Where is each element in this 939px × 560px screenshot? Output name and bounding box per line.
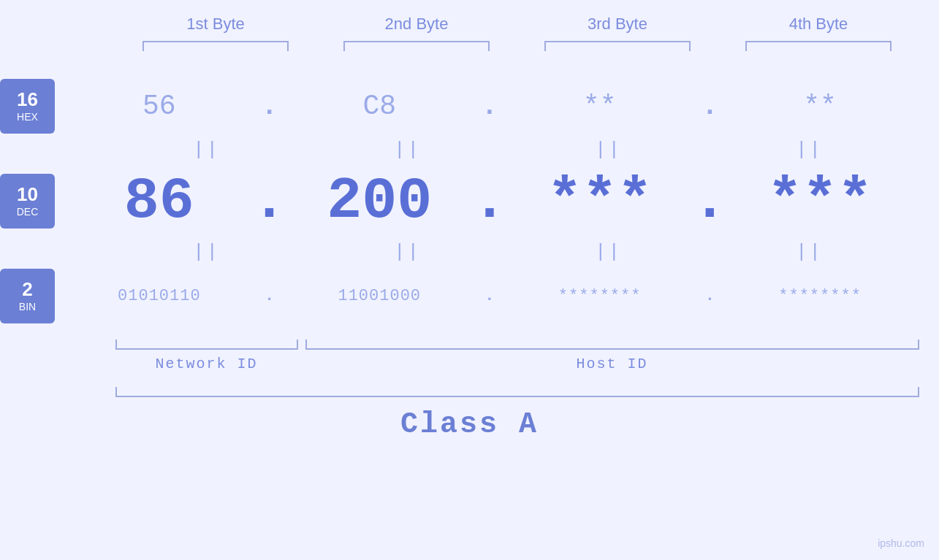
dec-byte4: *** xyxy=(740,168,900,234)
top-brackets xyxy=(115,41,919,51)
eq1-b1: || xyxy=(126,139,287,161)
dec-badge-label: DEC xyxy=(17,206,39,218)
class-label: Class A xyxy=(0,408,939,441)
eq1-b3: || xyxy=(528,139,689,161)
dec-row: 10 DEC 86 . 200 . *** . *** xyxy=(0,161,939,241)
byte1-header: 1st Byte xyxy=(135,15,296,34)
main-container: 1st Byte 2nd Byte 3rd Byte 4th Byte 16 H… xyxy=(0,0,939,560)
bracket-host-id xyxy=(305,340,919,350)
hex-dot1: . xyxy=(259,91,281,122)
byte-headers: 1st Byte 2nd Byte 3rd Byte 4th Byte xyxy=(115,15,919,34)
bin-byte2: 11001000 xyxy=(299,287,460,305)
dec-badge: 10 DEC xyxy=(0,174,55,229)
hex-byte3: ** xyxy=(520,91,680,122)
hex-badge-label: HEX xyxy=(17,111,38,123)
bracket-network-id xyxy=(115,340,298,350)
dec-byte3: *** xyxy=(520,168,680,234)
hex-values: 56 . C8 . ** . ** xyxy=(69,91,939,122)
network-id-label: Network ID xyxy=(115,356,298,372)
hex-dot3: . xyxy=(699,91,721,122)
eq2-b1: || xyxy=(126,241,287,263)
full-bracket xyxy=(115,387,919,397)
bin-byte3: ******** xyxy=(520,287,680,305)
byte3-header: 3rd Byte xyxy=(537,15,698,34)
dec-badge-num: 10 xyxy=(17,184,38,205)
bin-byte1: 01010110 xyxy=(79,287,240,305)
data-rows-wrapper: 16 HEX 56 . C8 . ** . ** || || || || 10 xyxy=(0,73,939,329)
hex-row: 16 HEX 56 . C8 . ** . ** xyxy=(0,73,939,139)
bin-badge: 2 BIN xyxy=(0,269,55,323)
eq2-b2: || xyxy=(327,241,488,263)
watermark: ipshu.com xyxy=(878,537,924,549)
dec-dot3: . xyxy=(699,168,721,234)
eq1-b2: || xyxy=(327,139,488,161)
hex-badge-num: 16 xyxy=(17,89,38,110)
bin-badge-label: BIN xyxy=(19,301,36,312)
host-id-label: Host ID xyxy=(305,356,919,372)
bracket-byte3 xyxy=(544,41,691,51)
hex-dot2: . xyxy=(479,91,501,122)
hex-byte1: 56 xyxy=(79,91,240,122)
bottom-section: Network ID Host ID xyxy=(115,340,919,372)
dec-dot1: . xyxy=(259,168,281,234)
equals-row-2: || || || || xyxy=(106,241,910,263)
byte4-header: 4th Byte xyxy=(738,15,899,34)
bin-dot3: . xyxy=(699,287,721,305)
dec-dot2: . xyxy=(479,168,501,234)
bin-dot1: . xyxy=(259,287,281,305)
dec-byte2: 200 xyxy=(299,168,460,234)
bracket-byte1 xyxy=(142,41,289,51)
hex-badge: 16 HEX xyxy=(0,79,55,134)
bin-byte4: ******** xyxy=(740,287,900,305)
bin-values: 01010110 . 11001000 . ******** . *******… xyxy=(69,287,939,305)
bin-dot2: . xyxy=(479,287,501,305)
label-row: Network ID Host ID xyxy=(115,356,919,372)
equals-row-1: || || || || xyxy=(106,139,910,161)
byte2-header: 2nd Byte xyxy=(336,15,497,34)
eq2-b3: || xyxy=(528,241,689,263)
bracket-byte4 xyxy=(745,41,892,51)
dec-values: 86 . 200 . *** . *** xyxy=(69,168,939,234)
eq1-b4: || xyxy=(729,139,890,161)
bottom-brackets xyxy=(115,340,919,350)
hex-byte4: ** xyxy=(740,91,900,122)
dec-byte1: 86 xyxy=(79,168,240,234)
eq2-b4: || xyxy=(729,241,890,263)
bin-badge-num: 2 xyxy=(22,279,32,300)
bin-row: 2 BIN 01010110 . 11001000 . ******** . *… xyxy=(0,263,939,329)
hex-byte2: C8 xyxy=(299,91,460,122)
bracket-byte2 xyxy=(343,41,490,51)
